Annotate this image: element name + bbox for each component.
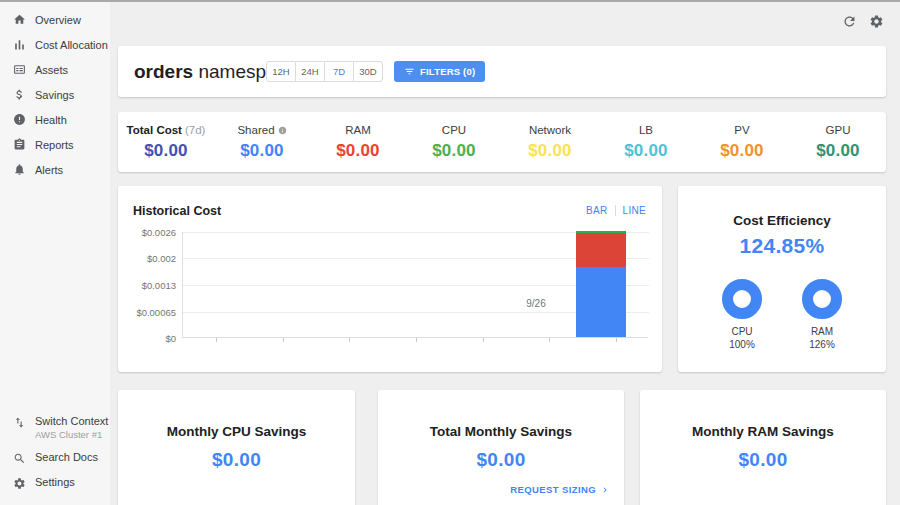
y-tick: $0.0026	[142, 227, 176, 238]
stat-window: (7d)	[185, 124, 205, 136]
y-tick: $0.0013	[142, 280, 176, 291]
clipboard-icon	[13, 138, 26, 151]
stat-label: Shared	[237, 124, 274, 136]
stat-network: Network $0.00	[502, 112, 598, 172]
stat-lb: LB $0.00	[598, 112, 694, 172]
x-axis-label: 9/26	[511, 298, 561, 309]
x-tick-mark	[483, 338, 484, 342]
request-sizing-label: REQUEST SIZING	[510, 484, 596, 495]
historical-cost-card: Historical Cost BAR LINE $0.0026 $0.002 …	[118, 186, 662, 372]
savings-card-value: $0.00	[640, 449, 886, 471]
stat-total-cost: Total Cost (7d) $0.00	[118, 112, 214, 172]
x-tick-mark	[416, 338, 417, 342]
settings-label: Settings	[35, 476, 75, 490]
stat-value: $0.00	[214, 141, 310, 161]
swap-vert-icon	[13, 416, 26, 429]
gear-icon[interactable]	[869, 14, 884, 29]
stat-cpu: CPU $0.00	[406, 112, 502, 172]
x-tick-mark	[349, 338, 350, 342]
sidebar-item-cost-allocation[interactable]: Cost Allocation	[0, 32, 110, 57]
gear-icon	[13, 477, 26, 490]
stat-label: LB	[639, 124, 653, 136]
efficiency-title: Cost Efficiency	[678, 213, 886, 228]
chart-bar	[576, 231, 626, 337]
sidebar-item-label: Health	[35, 114, 67, 126]
stat-label: PV	[734, 124, 749, 136]
sidebar-item-label: Assets	[35, 64, 68, 76]
toggle-line[interactable]: LINE	[623, 205, 646, 216]
monthly-cpu-savings-card: Monthly CPU Savings $0.00	[118, 390, 355, 505]
chart-y-axis: $0.0026 $0.002 $0.0013 $0.00065 $0	[118, 232, 176, 338]
sidebar: Overview Cost Allocation Assets Savings …	[0, 2, 110, 505]
chart-bar-segment-cpu	[576, 267, 626, 337]
stat-label: CPU	[442, 124, 466, 136]
health-icon	[13, 113, 26, 126]
stat-value: $0.00	[118, 141, 214, 161]
dollar-icon	[13, 88, 26, 101]
time-range-24h[interactable]: 24H	[295, 61, 325, 82]
savings-card-title: Total Monthly Savings	[378, 424, 624, 439]
y-tick: $0	[165, 333, 176, 344]
stat-label: Network	[529, 124, 571, 136]
chart-view-toggle: BAR LINE	[586, 205, 646, 216]
ram-donut-chart	[802, 279, 842, 319]
bell-icon	[13, 163, 26, 176]
stat-label: Total Cost	[127, 124, 182, 136]
time-range-12h[interactable]: 12H	[266, 61, 296, 82]
ram-efficiency: RAM 126%	[792, 279, 852, 351]
refresh-icon[interactable]	[842, 14, 857, 29]
toggle-divider	[615, 205, 616, 216]
sidebar-item-switch-context[interactable]: Switch Context AWS Cluster #1	[0, 415, 110, 440]
stat-label: RAM	[345, 124, 371, 136]
efficiency-donuts: CPU 100% RAM 126%	[678, 279, 886, 351]
stat-label: GPU	[826, 124, 851, 136]
y-tick: $0.00065	[136, 307, 176, 318]
sidebar-item-alerts[interactable]: Alerts	[0, 157, 110, 182]
time-range-30d[interactable]: 30D	[353, 61, 383, 82]
search-icon	[13, 452, 26, 465]
cpu-donut-label: CPU 100%	[712, 325, 772, 351]
cost-efficiency-card: Cost Efficiency 124.85% CPU 100% RAM 126…	[678, 186, 886, 372]
savings-card-value: $0.00	[118, 449, 355, 471]
sidebar-item-label: Overview	[35, 14, 81, 26]
cost-summary-card: Total Cost (7d) $0.00 Shared $0.00 RAM $…	[118, 112, 886, 172]
sidebar-item-reports[interactable]: Reports	[0, 132, 110, 157]
x-tick-mark	[616, 338, 617, 342]
sidebar-item-assets[interactable]: Assets	[0, 57, 110, 82]
home-icon	[13, 13, 26, 26]
chart-title: Historical Cost	[133, 204, 221, 218]
sidebar-item-overview[interactable]: Overview	[0, 7, 110, 32]
toggle-bar[interactable]: BAR	[586, 205, 607, 216]
stat-shared: Shared $0.00	[214, 112, 310, 172]
sidebar-item-settings[interactable]: Settings	[0, 476, 110, 490]
info-icon[interactable]	[278, 126, 287, 135]
stat-value: $0.00	[598, 141, 694, 161]
time-range-7d[interactable]: 7D	[324, 61, 354, 82]
chevron-right-icon	[600, 485, 610, 495]
stat-value: $0.00	[502, 141, 598, 161]
x-tick-mark	[549, 338, 550, 342]
time-range-selector: 12H 24H 7D 30D	[266, 61, 383, 82]
sidebar-item-health[interactable]: Health	[0, 107, 110, 132]
current-cluster-label: AWS Cluster #1	[35, 429, 108, 440]
switch-context-label: Switch Context	[35, 415, 108, 427]
stat-value: $0.00	[310, 141, 406, 161]
request-sizing-link[interactable]: REQUEST SIZING	[510, 484, 610, 495]
sidebar-item-label: Cost Allocation	[35, 39, 108, 51]
stat-gpu: GPU $0.00	[790, 112, 886, 172]
sidebar-item-savings[interactable]: Savings	[0, 82, 110, 107]
stat-value: $0.00	[406, 141, 502, 161]
sidebar-item-label: Reports	[35, 139, 74, 151]
cpu-efficiency: CPU 100%	[712, 279, 772, 351]
sidebar-item-label: Alerts	[35, 164, 63, 176]
sidebar-item-search-docs[interactable]: Search Docs	[0, 451, 110, 465]
sidebar-item-label: Savings	[35, 89, 74, 101]
filters-button[interactable]: FILTERS (0)	[394, 61, 485, 82]
ram-donut-label: RAM 126%	[792, 325, 852, 351]
bar-chart-icon	[13, 38, 26, 51]
y-tick: $0.002	[147, 253, 176, 264]
savings-card-value: $0.00	[378, 449, 624, 471]
efficiency-value: 124.85%	[678, 234, 886, 258]
page-header-card: orders namespace 12H 24H 7D 30D FILTERS …	[118, 46, 886, 97]
namespace-name: orders	[134, 61, 193, 82]
